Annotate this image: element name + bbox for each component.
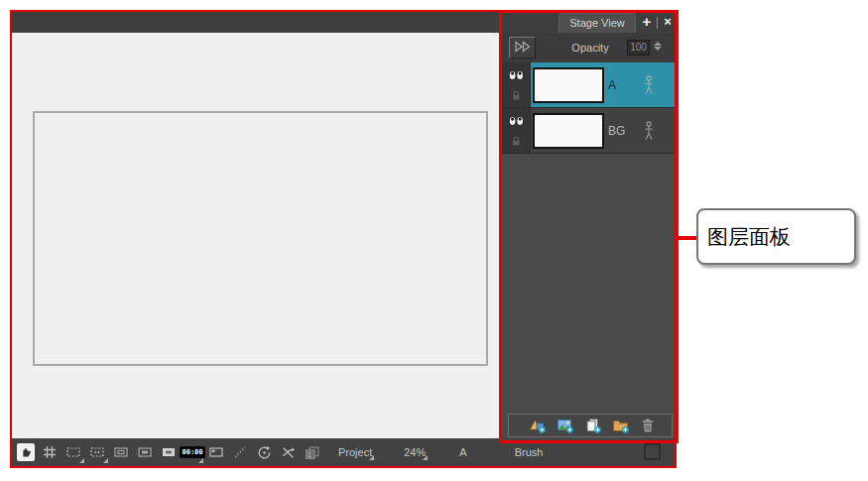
reset-rotation-icon[interactable] <box>255 443 273 461</box>
layer-row-a[interactable]: A <box>502 62 675 108</box>
status-swatch-box[interactable] <box>644 443 661 460</box>
tab-stage-view[interactable]: Stage View <box>558 13 636 33</box>
callout-layer-panel: 图层面板 <box>696 208 856 265</box>
zoom-level-dropdown[interactable]: 24% <box>404 446 426 458</box>
layer-panel: Opacity 100 <box>502 33 675 444</box>
opacity-label: Opacity <box>564 42 616 54</box>
camera-frame-icon[interactable] <box>64 443 82 461</box>
layer-visibility-eyes-icon[interactable] <box>508 66 525 84</box>
animate-layer-icon[interactable] <box>642 75 656 95</box>
hand-tool-icon[interactable] <box>17 443 35 461</box>
project-label: Project <box>338 446 372 458</box>
thumbnail-frame-icon[interactable] <box>207 443 225 461</box>
double-arrow-icon <box>514 39 532 57</box>
add-bitmap-layer-icon[interactable] <box>557 418 574 433</box>
duplicate-layer-icon[interactable] <box>584 418 602 433</box>
layer-thumbnail[interactable] <box>533 67 604 103</box>
callout-connector-line <box>675 236 696 240</box>
callout-label: 图层面板 <box>707 223 791 251</box>
camera-label-frame-icon[interactable] <box>88 443 106 461</box>
dropdown-corner-icon <box>79 458 84 463</box>
current-drawing-label: A <box>459 446 466 458</box>
opacity-spinner[interactable] <box>654 41 662 55</box>
dropdown-corner-icon <box>198 458 203 463</box>
layer-row-bg[interactable]: BG <box>502 108 675 154</box>
layer-toggle-strip <box>502 62 531 107</box>
reset-view-icon[interactable] <box>279 443 297 461</box>
close-view-button[interactable]: × <box>660 12 676 33</box>
timecode-badge[interactable]: 00:00 <box>184 443 201 461</box>
safe-area-icon[interactable] <box>112 443 130 461</box>
app-inner: Stage View + × Opacity 100 <box>12 12 675 466</box>
add-view-button[interactable]: + <box>639 12 655 33</box>
add-vector-layer-icon[interactable] <box>529 418 547 433</box>
camera-frame <box>33 111 488 366</box>
timecode-value: 00:00 <box>180 446 204 458</box>
collapse-panel-button[interactable] <box>509 37 536 59</box>
snapshot-icon[interactable] <box>303 443 320 461</box>
layer-panel-header: Opacity 100 <box>502 33 675 62</box>
layer-thumbnail[interactable] <box>533 113 604 149</box>
current-tool-label: Brush <box>515 446 544 458</box>
camera-mask-icon[interactable] <box>136 443 154 461</box>
project-dropdown[interactable]: Project <box>338 446 372 458</box>
dropdown-corner-icon <box>103 458 108 463</box>
tab-separator <box>657 17 658 29</box>
layer-lock-icon[interactable] <box>511 87 522 105</box>
layer-lock-icon[interactable] <box>511 133 522 151</box>
spinner-up-icon[interactable] <box>654 42 662 46</box>
delete-layer-icon[interactable] <box>640 418 658 433</box>
layer-row-body[interactable]: A <box>531 62 675 107</box>
layer-name: A <box>608 78 616 92</box>
stage-canvas[interactable] <box>12 33 502 438</box>
grid-icon[interactable] <box>41 443 59 461</box>
layer-panel-toolbar <box>508 414 673 437</box>
spinner-down-icon[interactable] <box>654 47 662 51</box>
animate-layer-icon[interactable] <box>642 121 656 141</box>
status-bar: 00:00 Project <box>12 438 675 466</box>
dropdown-corner-icon <box>369 455 374 460</box>
app-window: Stage View + × Opacity 100 <box>10 10 677 468</box>
layer-name: BG <box>608 124 625 138</box>
page: Stage View + × Opacity 100 <box>0 0 868 481</box>
layer-toggle-strip <box>502 108 531 153</box>
add-group-layer-icon[interactable] <box>612 418 630 433</box>
layer-visibility-eyes-icon[interactable] <box>508 112 525 130</box>
view-tab-bar: Stage View + × <box>12 12 675 33</box>
layer-row-body[interactable]: BG <box>531 108 675 153</box>
solid-frame-icon[interactable] <box>160 443 178 461</box>
dropdown-corner-icon <box>423 455 428 460</box>
opacity-input[interactable]: 100 <box>627 40 650 56</box>
onion-skin-icon[interactable] <box>231 443 249 461</box>
